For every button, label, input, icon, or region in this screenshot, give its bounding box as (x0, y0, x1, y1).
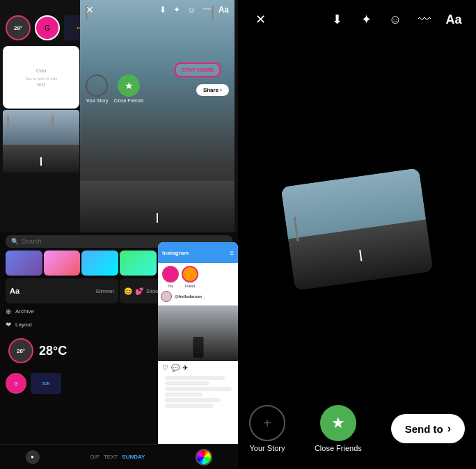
aa-icon: Aa (10, 287, 19, 295)
editor-close-icon[interactable]: ✕ (86, 4, 94, 15)
editor-text-icon[interactable]: Aa (219, 5, 229, 15)
cell-text-1: Can (36, 67, 47, 74)
comment-icon[interactable]: 💬 (171, 364, 180, 372)
feed-avatars: You Friend (158, 263, 238, 291)
bottom-story-1[interactable]: G (6, 373, 26, 394)
footer-gif[interactable]: GIF (90, 454, 100, 460)
footer-section: ● (26, 450, 40, 464)
editor-icons: ⬇ ✦ ☺ 〰 Aa (159, 5, 229, 15)
temperature-display: 28°C (39, 344, 67, 358)
your-story-option-left[interactable]: Your Story (86, 74, 108, 103)
photo-road-left[interactable] (3, 110, 79, 173)
editor-download-icon[interactable]: ⬇ (159, 5, 166, 15)
temp-section: 28° 28°C (8, 338, 67, 363)
bg-option-2[interactable] (44, 251, 81, 276)
close-friends-option[interactable]: ★ Close Friends (315, 405, 362, 452)
search-placeholder: Search (22, 238, 42, 245)
feed-post-image (158, 305, 238, 361)
your-story-option[interactable]: + Your Story (249, 405, 285, 452)
feed-preview-panel: Instagram ≡ You Friend @hellodancer_ (158, 242, 238, 444)
cell-text-2: Tap to add or edit (25, 77, 57, 81)
aa-sublabel: Glimmer (96, 289, 114, 294)
right-panel-header: ✕ ⬇ ✦ ☺ 〰 Aa (238, 0, 476, 36)
sparkle-button[interactable]: ✦ (355, 8, 377, 31)
bg-option-4[interactable] (120, 251, 157, 276)
feed-avatar-2[interactable]: Friend (182, 266, 198, 288)
send-to-button[interactable]: Send to › (391, 414, 465, 443)
story-editor-photo (80, 0, 235, 237)
your-story-circle: + (249, 405, 285, 441)
feed-post-header: @hellodancer_ (158, 291, 238, 305)
editor-face-icon[interactable]: ☺ (187, 5, 196, 15)
footer-circle-btn[interactable]: ● (26, 450, 40, 464)
feed-post-user: @hellodancer_ (161, 291, 235, 302)
right-panel: ✕ ⬇ ✦ ☺ 〰 Aa (238, 0, 476, 469)
feed-avatar-1[interactable]: You (162, 266, 179, 288)
color-wheel[interactable] (196, 449, 212, 466)
close-friends-option-left[interactable]: ★ Close Friends (113, 74, 143, 103)
bg-option-3[interactable] (81, 251, 118, 276)
sparkle-icon: ✦ (361, 12, 372, 27)
story-editor: ✕ ⬇ ✦ ☺ 〰 Aa STAY HOME Your Story (80, 0, 235, 237)
footer-sunday[interactable]: SUNDAY (122, 454, 145, 460)
right-main-photo (281, 168, 434, 290)
left-panel: 28° G news SUNDAY Can Tap to add or edit… (0, 0, 238, 469)
bottom-action-bar: + Your Story ★ Close Friends Send to › (238, 394, 476, 469)
story-thumb-2[interactable]: G (35, 15, 60, 40)
share-icon[interactable]: ✈ (182, 364, 188, 372)
your-story-icon: + (263, 415, 271, 431)
close-button[interactable]: ✕ (249, 8, 271, 31)
pen-button[interactable]: 〰 (413, 8, 436, 31)
editor-pen-icon[interactable]: 〰 (203, 5, 212, 15)
editor-sparkle-icon[interactable]: ✦ (173, 5, 180, 15)
close-friends-circle: ★ (320, 405, 356, 441)
face-button[interactable]: ☺ (384, 8, 406, 31)
close-friends-label: Close Friends (315, 444, 362, 452)
share-btn-left[interactable]: Share › (196, 84, 229, 96)
footer-bar: ● GIF TEXT SUNDAY (0, 444, 238, 469)
feed-header: Instagram ≡ (158, 242, 238, 263)
feed-caption (158, 376, 238, 408)
right-main-photo-img (281, 168, 434, 290)
aa-option[interactable]: Aa Glimmer (6, 278, 118, 303)
story-thumb-1[interactable]: 28° (6, 15, 31, 40)
download-button[interactable]: ⬇ (326, 8, 348, 31)
footer-text[interactable]: TEXT (104, 454, 118, 460)
text-button[interactable]: Aa (443, 8, 465, 31)
archive-label: Archive (15, 308, 34, 315)
text-icon: Aa (445, 13, 461, 27)
layout-icon: ❤ (6, 321, 11, 328)
pen-icon: 〰 (418, 13, 431, 27)
your-story-label: Your Story (250, 444, 285, 452)
feed-actions: ♡ 💬 ✈ (158, 361, 238, 374)
like-icon[interactable]: ♡ (162, 364, 168, 372)
cell-text-3: text (37, 82, 45, 87)
send-to-arrow-icon: › (447, 422, 451, 435)
story-editor-header: ✕ ⬇ ✦ ☺ 〰 Aa (80, 0, 235, 19)
grid-cell-white-1[interactable]: Can Tap to add or edit text (3, 46, 79, 109)
bottom-story-2[interactable]: SUN (31, 373, 61, 394)
right-header-icons: ⬇ ✦ ☺ 〰 Aa (326, 8, 465, 31)
send-to-label: Send to (405, 423, 443, 435)
archive-icon: ⊕ (6, 308, 11, 315)
friends-row: Your Story ★ Close Friends Share › (80, 70, 235, 107)
temp-story-thumb[interactable]: 28° (8, 338, 33, 363)
close-friends-icon: ★ (331, 414, 345, 432)
download-icon: ⬇ (332, 12, 342, 27)
footer-labels: GIF TEXT SUNDAY (90, 454, 145, 460)
bg-option-1[interactable] (6, 251, 42, 276)
layout-label: Layout (15, 321, 32, 328)
face-icon: ☺ (389, 13, 402, 27)
